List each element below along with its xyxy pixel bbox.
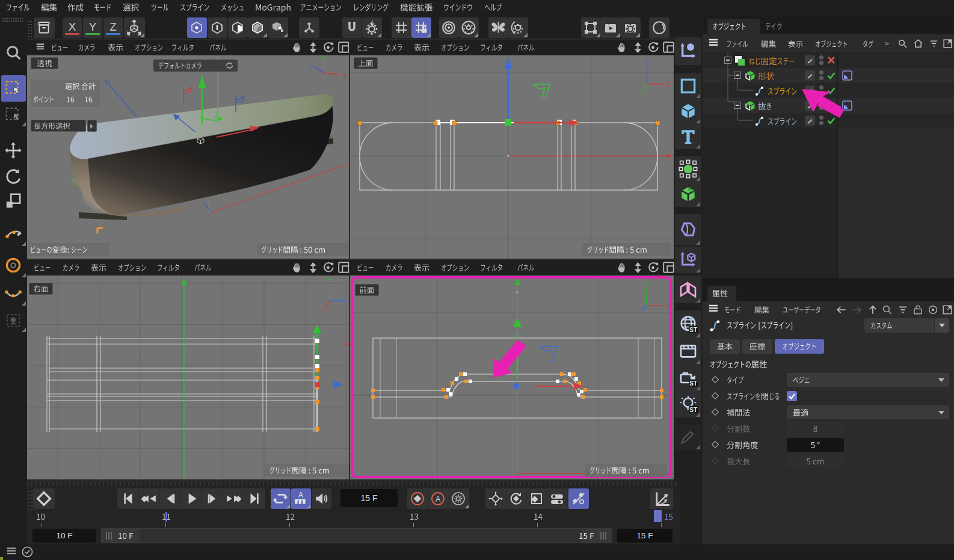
svg-text:A: A <box>298 491 303 499</box>
svg-text:ST: ST <box>689 327 697 333</box>
svg-text:A: A <box>435 494 441 503</box>
